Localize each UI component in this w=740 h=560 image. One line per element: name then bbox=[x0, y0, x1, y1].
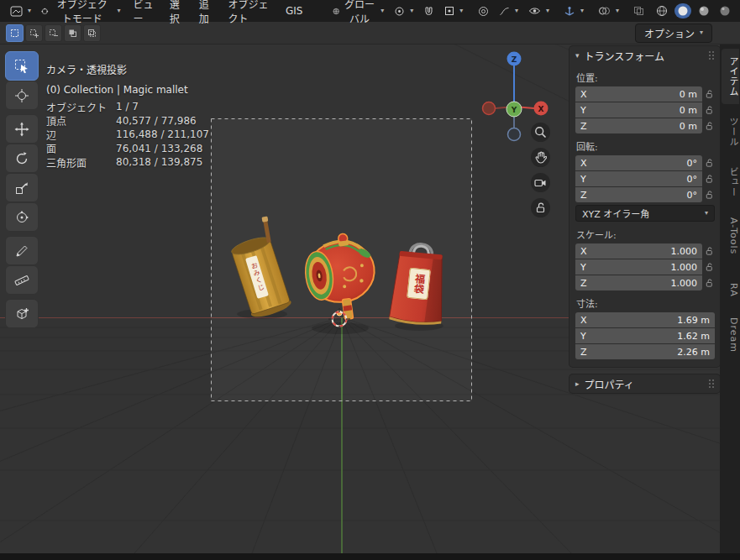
tool-scale[interactable] bbox=[5, 173, 39, 202]
snap-toggle[interactable] bbox=[418, 4, 439, 18]
scale-z-field[interactable]: Z1.000 bbox=[575, 275, 702, 290]
menu-object[interactable]: オブジェクト bbox=[221, 0, 278, 28]
transform-orientation-select[interactable]: グローバル ▾ bbox=[328, 0, 389, 27]
menu-select[interactable]: 選択 bbox=[162, 0, 192, 28]
camera-view-button[interactable] bbox=[531, 173, 550, 192]
rotation-z-field[interactable]: Z0° bbox=[575, 187, 702, 202]
menu-view[interactable]: ビュー bbox=[126, 0, 162, 28]
pan-button[interactable] bbox=[531, 148, 550, 167]
xray-toggle[interactable] bbox=[628, 4, 649, 18]
stat-row: 三角形面80,318 / 139,875 bbox=[46, 155, 209, 170]
gizmo-axis-z-neg[interactable] bbox=[508, 128, 521, 141]
editor-type-button[interactable]: ▾ bbox=[5, 4, 36, 18]
gizmo-z-label: Z bbox=[512, 55, 517, 64]
lock-view-button[interactable] bbox=[531, 198, 550, 217]
location-z-lock[interactable] bbox=[702, 121, 716, 131]
rotation-x-field[interactable]: X0° bbox=[575, 155, 702, 170]
transform-panel-header[interactable]: ▾ トランスフォーム bbox=[569, 46, 720, 65]
add-cube-icon bbox=[14, 306, 29, 322]
tool-options-button[interactable]: オプション ▾ bbox=[635, 24, 712, 43]
chevron-down-icon: ▾ bbox=[575, 51, 580, 60]
gizmo-axes-icon bbox=[564, 6, 575, 17]
unlock-icon bbox=[535, 202, 546, 213]
cursor-tool-icon bbox=[14, 88, 29, 103]
chevron-down-icon: ▾ bbox=[410, 8, 413, 14]
tool-annotate[interactable] bbox=[5, 236, 39, 265]
dimensions-z-field[interactable]: Z2.26 m bbox=[575, 344, 715, 359]
tool-cursor[interactable] bbox=[5, 81, 39, 110]
tool-rotate[interactable] bbox=[5, 144, 39, 173]
panel-grip-icon[interactable] bbox=[709, 379, 711, 381]
chevron-right-icon: ▸ bbox=[575, 379, 580, 388]
scale-z-lock[interactable] bbox=[702, 278, 716, 288]
select-box-icon bbox=[14, 59, 29, 74]
tool-measure[interactable] bbox=[5, 265, 39, 295]
shading-rendered-button[interactable] bbox=[716, 3, 733, 18]
location-label: 位置: bbox=[576, 71, 720, 84]
zoom-button[interactable] bbox=[531, 123, 550, 142]
location-x-field[interactable]: X0 m bbox=[575, 86, 702, 102]
tool-select-box[interactable] bbox=[5, 51, 39, 81]
scale-x-row: X1.000 bbox=[569, 243, 720, 259]
location-x-lock[interactable] bbox=[702, 89, 716, 99]
tab-a-tools[interactable]: A-Tools bbox=[722, 210, 739, 262]
shading-solid-button[interactable] bbox=[674, 3, 691, 18]
shading-material-button[interactable] bbox=[695, 3, 712, 18]
properties-panel-header[interactable]: ▸ プロパティ bbox=[569, 374, 720, 393]
scale-x-lock[interactable] bbox=[702, 246, 716, 256]
location-y-row: Y0 m bbox=[569, 102, 720, 118]
shading-wireframe-button[interactable] bbox=[653, 3, 670, 18]
chevron-down-icon: ▾ bbox=[515, 8, 518, 14]
tab-view[interactable]: ビュー bbox=[722, 160, 739, 205]
pivot-point-select[interactable]: ▾ bbox=[389, 4, 418, 18]
tab-item[interactable]: アイテム bbox=[722, 49, 739, 104]
proportional-editing-toggle[interactable] bbox=[473, 4, 494, 18]
object-mode-icon bbox=[41, 6, 49, 17]
rotation-y-lock[interactable] bbox=[702, 174, 716, 184]
gizmos-toggle[interactable]: ▾ bbox=[559, 4, 589, 18]
unlock-icon bbox=[705, 246, 714, 256]
overlays-toggle[interactable]: ▾ bbox=[593, 4, 624, 18]
tool-transform[interactable] bbox=[5, 202, 39, 232]
scale-z-row: Z1.000 bbox=[569, 275, 720, 290]
dimensions-x-field[interactable]: X1.69 m bbox=[575, 312, 715, 327]
proportional-falloff-select[interactable]: ▾ bbox=[494, 4, 523, 18]
gizmo-axis-x-neg[interactable] bbox=[483, 102, 496, 115]
location-z-field[interactable]: Z0 m bbox=[575, 118, 702, 133]
rotation-z-lock[interactable] bbox=[702, 190, 716, 200]
rotation-mode-select[interactable]: XYZ オイラー角 ▾ bbox=[575, 205, 715, 222]
scale-x-field[interactable]: X1.000 bbox=[575, 243, 702, 259]
viewport-header: ▾ オブジェクトモード ▾ ビュー 選択 追加 オブジェクト GIS グローバル… bbox=[0, 0, 740, 22]
location-y-lock[interactable] bbox=[702, 105, 716, 115]
rotation-fields: X0° Y0° Z0° bbox=[569, 155, 720, 202]
unlock-icon bbox=[705, 105, 714, 115]
select-set-button[interactable] bbox=[6, 24, 24, 42]
annotate-pencil-icon bbox=[14, 243, 29, 259]
location-y-field[interactable]: Y0 m bbox=[575, 102, 702, 118]
snap-settings-select[interactable]: ▾ bbox=[439, 4, 468, 18]
unlock-icon bbox=[705, 278, 714, 288]
object-visibility-select[interactable]: ▾ bbox=[523, 4, 554, 18]
dimensions-y-field[interactable]: Y1.62 m bbox=[575, 328, 715, 343]
proportional-circle-icon bbox=[478, 6, 489, 17]
scale-y-lock[interactable] bbox=[702, 262, 716, 272]
menu-gis[interactable]: GIS bbox=[278, 3, 310, 19]
panel-grip-icon[interactable] bbox=[709, 51, 711, 53]
hand-icon bbox=[535, 151, 547, 164]
pivot-point-icon bbox=[394, 6, 405, 17]
menu-add[interactable]: 追加 bbox=[192, 0, 221, 28]
tab-dream[interactable]: Dream bbox=[722, 310, 739, 360]
scale-y-field[interactable]: Y1.000 bbox=[575, 259, 702, 275]
rotate-tool-icon bbox=[14, 151, 29, 166]
viewport-editor-icon bbox=[10, 6, 23, 17]
tab-tool[interactable]: ツール bbox=[722, 109, 739, 154]
rotation-y-field[interactable]: Y0° bbox=[575, 171, 702, 186]
rotation-x-lock[interactable] bbox=[702, 158, 716, 168]
tool-add-cube[interactable] bbox=[5, 299, 39, 328]
tool-move[interactable] bbox=[5, 114, 39, 144]
mode-select[interactable]: オブジェクトモード ▾ bbox=[36, 0, 126, 27]
tab-ra[interactable]: RA bbox=[722, 275, 739, 305]
mode-label: オブジェクトモード bbox=[52, 0, 113, 25]
gizmo-x-label: X bbox=[538, 105, 544, 113]
dimensions-label: 寸法: bbox=[576, 296, 720, 310]
